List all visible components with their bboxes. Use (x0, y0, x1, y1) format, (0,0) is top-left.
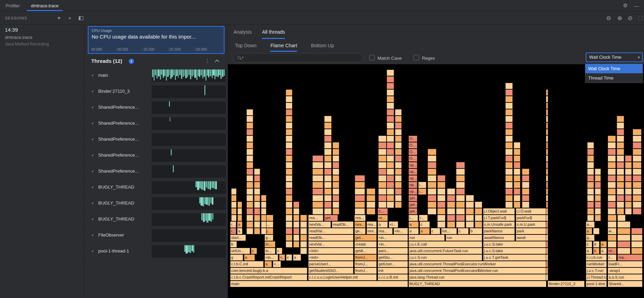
flame-box[interactable] (300, 221, 307, 228)
flame-box[interactable] (293, 208, 299, 215)
flame-box[interactable] (286, 182, 293, 188)
flame-box[interactable] (427, 201, 437, 208)
flame-box[interactable] (387, 188, 394, 195)
flame-box[interactable] (617, 168, 624, 175)
flame-box[interactable] (437, 175, 446, 182)
flame-box[interactable] (324, 116, 332, 122)
flame-box[interactable] (514, 175, 520, 182)
flame-box[interactable] (546, 182, 548, 188)
flame-box[interactable]: r... (230, 221, 236, 228)
panel-layout-icon[interactable] (77, 15, 84, 22)
flame-box[interactable]: in... (264, 241, 276, 248)
flame-box[interactable] (387, 175, 394, 182)
flame-box[interactable] (395, 162, 402, 168)
flame-box[interactable] (387, 116, 394, 122)
flame-box[interactable] (625, 175, 632, 182)
flame-box[interactable]: O... (408, 155, 417, 162)
flame-box[interactable] (617, 195, 624, 201)
flame-box[interactable] (456, 208, 465, 215)
flame-box[interactable]: d (593, 241, 600, 248)
flame-box[interactable] (631, 234, 643, 241)
flame-box[interactable] (475, 201, 482, 208)
flame-box[interactable] (514, 195, 520, 201)
flame-box[interactable] (608, 241, 617, 248)
view-tab[interactable]: Flame Chart (270, 39, 297, 52)
flame-box[interactable]: rea... (354, 215, 366, 221)
flame-box[interactable] (595, 208, 601, 215)
flame-box[interactable] (631, 241, 643, 248)
flame-box[interactable] (312, 175, 323, 182)
flame-box[interactable] (456, 182, 465, 188)
flame-box[interactable] (378, 162, 387, 168)
flame-box[interactable] (246, 109, 253, 116)
flame-box[interactable]: readVal... (308, 228, 354, 234)
flame-box[interactable] (617, 248, 630, 254)
flame-box[interactable]: i... (418, 188, 426, 195)
flame-box[interactable] (261, 228, 266, 234)
flame-box[interactable]: park (516, 228, 546, 234)
flame-box[interactable] (625, 182, 632, 188)
flame-box[interactable]: a (420, 228, 430, 234)
flame-box[interactable] (286, 129, 293, 135)
flame-box[interactable]: j.u.c.S.take (483, 248, 546, 254)
flame-box[interactable] (387, 83, 394, 89)
flame-box[interactable] (475, 208, 482, 215)
flame-box[interactable] (456, 162, 465, 168)
collapse-threads-icon[interactable] (215, 59, 219, 64)
flame-box[interactable] (617, 208, 624, 215)
regex-label[interactable]: Regex (422, 56, 435, 61)
flame-box[interactable] (456, 201, 465, 208)
flame-box[interactable] (387, 162, 394, 168)
flame-box[interactable] (587, 188, 594, 195)
flame-box[interactable] (324, 175, 332, 182)
flame-box[interactable] (546, 142, 548, 149)
flame-box[interactable] (387, 109, 394, 116)
flame-box[interactable] (286, 188, 293, 195)
analysis-tab[interactable]: All threads (262, 25, 285, 39)
flame-box[interactable] (300, 228, 307, 234)
flame-box[interactable]: j.u.c.T.getTask (483, 254, 546, 261)
flame-box[interactable]: c.i.c.u.B.init (378, 274, 408, 281)
search-box[interactable]: ▾ (233, 53, 364, 63)
flame-box[interactable] (617, 149, 624, 155)
flame-box[interactable] (312, 201, 323, 208)
flame-box[interactable]: a... (586, 221, 595, 228)
flame-box[interactable] (456, 195, 465, 201)
flame-box[interactable] (286, 96, 293, 102)
add-session-button[interactable]: + (56, 15, 62, 22)
flame-box[interactable] (286, 241, 293, 248)
flame-box[interactable] (387, 155, 394, 162)
flame-box[interactable] (332, 149, 339, 155)
flame-box[interactable]: await (516, 234, 546, 241)
flame-box[interactable] (456, 188, 465, 195)
zoom-out-button[interactable]: ⊖ (605, 15, 612, 22)
info-icon[interactable]: i (129, 59, 134, 64)
expand-arrow-icon[interactable]: ▸ (92, 185, 94, 189)
flame-box[interactable] (625, 195, 632, 201)
flame-box[interactable]: java.util.concurrent.ThreadPoolExecutor$… (408, 267, 546, 274)
flame-box[interactable] (587, 182, 594, 188)
flame-box[interactable] (617, 234, 630, 241)
flame-box[interactable] (324, 182, 332, 188)
flame-box[interactable]: BUGLY_THREAD (408, 281, 546, 287)
flame-box[interactable]: a (600, 241, 607, 248)
flame-box[interactable] (608, 162, 616, 168)
flame-box[interactable] (387, 135, 394, 142)
flame-box[interactable]: get... (408, 195, 417, 201)
flame-box[interactable]: create (354, 241, 377, 248)
flame-box[interactable] (395, 135, 402, 142)
flame-box[interactable] (231, 188, 237, 195)
flame-box[interactable] (246, 142, 253, 149)
flame-box[interactable] (231, 201, 237, 208)
expand-arrow-icon[interactable]: ▸ (92, 153, 94, 157)
flame-box[interactable] (617, 182, 624, 188)
flame-box[interactable]: runWorker (586, 261, 607, 267)
flame-box[interactable] (300, 248, 307, 254)
expand-arrow-icon[interactable]: ▸ (92, 121, 94, 125)
flame-box[interactable] (587, 208, 594, 215)
flame-box[interactable] (505, 182, 513, 188)
flame-box[interactable] (246, 168, 253, 175)
flame-box[interactable] (355, 201, 365, 208)
flame-box[interactable]: -wrap1 (608, 267, 643, 274)
flame-box[interactable] (312, 155, 323, 162)
